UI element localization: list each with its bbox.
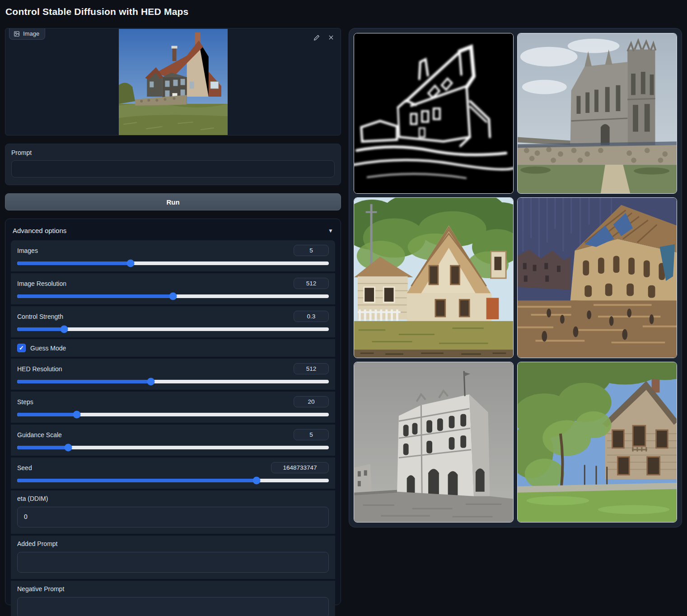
gallery-item-cathedral[interactable] <box>517 33 677 194</box>
slider-value-input[interactable]: 1648733747 <box>271 462 329 473</box>
slider-track[interactable] <box>17 294 329 298</box>
slider-value-input[interactable]: 0.3 <box>294 311 329 322</box>
uploaded-image[interactable] <box>119 29 228 135</box>
gallery-item-wooden-cottage[interactable] <box>354 197 514 358</box>
edit-button[interactable] <box>311 32 322 43</box>
negative-prompt-label: Negative Prompt <box>17 585 329 593</box>
gallery-item-impressionist[interactable] <box>517 197 677 358</box>
accordion-title: Advanced options <box>13 227 66 234</box>
slider-value-input[interactable]: 20 <box>294 396 329 407</box>
slider-label: Steps <box>17 398 33 406</box>
slider-value-input[interactable]: 5 <box>294 429 329 440</box>
slider-thumb[interactable] <box>65 444 72 452</box>
added-prompt-field: Added Prompt <box>11 536 335 579</box>
added-prompt-input[interactable] <box>17 552 329 573</box>
slider-thumb[interactable] <box>252 477 260 485</box>
negative-prompt-input[interactable] <box>17 597 329 616</box>
close-icon <box>328 34 334 41</box>
slider-label: Images <box>17 247 38 254</box>
image-label-chip: Image <box>9 28 45 40</box>
image-icon <box>14 31 20 37</box>
slider-label: Guidance Scale <box>17 431 62 439</box>
prompt-input[interactable] <box>11 160 335 177</box>
prompt-block: Prompt <box>5 144 341 185</box>
upload-image-block[interactable]: Image <box>5 28 341 135</box>
negative-prompt-field: Negative Prompt <box>11 581 335 616</box>
gallery-item-bw-building[interactable] <box>354 362 514 523</box>
slider-thumb[interactable] <box>73 411 81 419</box>
slider-value-input[interactable]: 512 <box>294 363 329 374</box>
slider-images: Images 5 <box>11 240 335 271</box>
prompt-label: Prompt <box>11 149 335 156</box>
slider-guidance-scale: Guidance Scale 5 <box>11 425 335 456</box>
slider-value-input[interactable]: 512 <box>294 278 329 289</box>
run-button[interactable]: Run <box>5 193 341 210</box>
slider-track[interactable] <box>17 380 329 383</box>
page-title: Control Stable Diffusion with HED Maps <box>5 6 188 17</box>
checkbox-icon[interactable]: ✓ <box>17 344 26 352</box>
result-gallery <box>349 28 682 527</box>
slider-seed: Seed 1648733747 <box>11 457 335 489</box>
slider-track[interactable] <box>17 479 329 482</box>
slider-label: Control Strength <box>17 313 63 320</box>
gallery-item-hed-map[interactable] <box>354 33 514 194</box>
slider-track[interactable] <box>17 327 329 331</box>
slider-value-input[interactable]: 5 <box>294 245 329 256</box>
slider-track[interactable] <box>17 446 329 449</box>
accordion-header[interactable]: Advanced options ▼ <box>11 224 335 240</box>
eta-field: eta (DDIM) 0 <box>11 490 335 534</box>
slider-thumb[interactable] <box>127 260 135 267</box>
slider-label: HED Resolution <box>17 365 62 373</box>
pencil-icon <box>313 34 320 41</box>
clear-button[interactable] <box>325 32 337 43</box>
slider-image-resolution: Image Resolution 512 <box>11 273 335 304</box>
checkbox-label: Guess Mode <box>30 345 66 352</box>
eta-input[interactable]: 0 <box>17 507 329 527</box>
slider-thumb[interactable] <box>169 293 177 300</box>
gallery-item-stone-house[interactable] <box>517 362 677 523</box>
slider-track[interactable] <box>17 261 329 265</box>
added-prompt-label: Added Prompt <box>17 540 329 547</box>
eta-label: eta (DDIM) <box>17 495 329 502</box>
slider-steps: Steps 20 <box>11 392 335 423</box>
slider-track[interactable] <box>17 413 329 416</box>
slider-control-strength: Control Strength 0.3 <box>11 306 335 337</box>
slider-thumb[interactable] <box>147 378 155 386</box>
slider-label: Image Resolution <box>17 280 66 287</box>
guess-mode-checkbox[interactable]: ✓ Guess Mode <box>11 339 335 357</box>
slider-hed-resolution: HED Resolution 512 <box>11 359 335 390</box>
slider-thumb[interactable] <box>60 326 68 333</box>
slider-label: Seed <box>17 464 32 471</box>
advanced-options-accordion: Advanced options ▼ Images 5 Image Resolu… <box>5 219 341 605</box>
chevron-down-icon: ▼ <box>328 228 333 234</box>
